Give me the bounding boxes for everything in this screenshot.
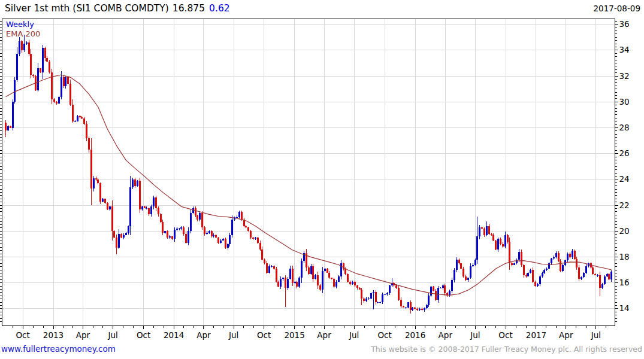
candle-body — [183, 227, 185, 234]
x-axis-label: 2016 — [405, 330, 425, 340]
candle-body — [30, 54, 32, 75]
candle-body — [546, 269, 548, 270]
candle-body — [537, 284, 539, 286]
candle-body — [19, 41, 20, 54]
candle-body — [433, 287, 434, 290]
x-axis-label: 2014 — [164, 330, 184, 340]
candle-body — [53, 99, 55, 102]
candle-body — [324, 269, 326, 271]
candle-body — [604, 276, 606, 284]
candle-body — [61, 77, 62, 96]
candle-body — [315, 275, 316, 279]
candle-body — [247, 227, 249, 231]
candle-body — [56, 102, 58, 103]
candle-body — [118, 234, 120, 248]
candle-body — [208, 231, 210, 232]
candle-body — [382, 294, 383, 302]
candle-body — [326, 269, 328, 272]
candle-body — [179, 229, 180, 229]
candle-body — [319, 285, 321, 289]
candle-body — [86, 124, 87, 138]
candle-body — [555, 253, 557, 257]
candle-body — [5, 123, 7, 130]
x-axis-label: Oct — [498, 330, 512, 340]
y-axis-label: 16 — [619, 278, 630, 287]
candle-body — [241, 212, 243, 220]
candle-body — [190, 213, 192, 231]
candle-body — [483, 229, 485, 235]
candle-body — [250, 231, 252, 238]
candle-body — [79, 116, 81, 117]
candle-body — [486, 226, 488, 235]
candle-body — [49, 62, 50, 72]
candle-body — [99, 183, 101, 201]
plot-border — [2, 19, 615, 326]
candle-body — [481, 227, 483, 229]
candle-body — [204, 227, 205, 234]
candle-body — [148, 208, 150, 215]
candle-body — [37, 68, 39, 90]
candle-body — [504, 235, 506, 247]
candle-body — [40, 68, 41, 72]
candle-body — [338, 276, 340, 282]
x-axis-label: Jul — [591, 330, 601, 340]
candle-body — [113, 231, 115, 238]
candle-body — [424, 308, 425, 310]
chart-legend: Weekly EMA 200 — [6, 20, 40, 39]
candle-body — [294, 282, 296, 283]
candle-body — [497, 239, 499, 249]
candle-body — [23, 44, 25, 50]
candle-body — [164, 231, 166, 232]
candle-body — [88, 138, 90, 150]
candlesticks — [5, 35, 612, 314]
candle-body — [375, 292, 377, 302]
candle-body — [287, 279, 289, 288]
candle-body — [333, 279, 335, 287]
candle-body — [201, 213, 203, 227]
candle-body — [155, 197, 157, 208]
candle-body — [440, 288, 442, 288]
timeframe-label: Weekly — [6, 20, 40, 29]
candle-body — [231, 220, 233, 235]
candle-body — [28, 42, 30, 54]
candle-body — [551, 258, 552, 264]
candle-body — [81, 117, 83, 118]
candle-body — [229, 235, 231, 244]
candle-body — [446, 293, 448, 296]
candle-body — [592, 267, 594, 274]
y-axis-label: 36 — [619, 19, 630, 29]
x-axis-label: Apr — [317, 330, 331, 340]
candle-body — [167, 231, 168, 238]
candle-body — [518, 252, 520, 260]
candle-body — [491, 234, 492, 235]
candle-body — [116, 238, 117, 248]
candle-body — [188, 231, 189, 242]
candle-body — [435, 291, 437, 300]
price-chart: Oct2013AprJulOct2014AprJulOct2015AprJulO… — [0, 0, 644, 359]
candle-body — [558, 253, 560, 261]
candle-body — [492, 235, 494, 241]
candle-body — [123, 235, 125, 238]
x-axis-label: Apr — [439, 330, 453, 340]
candle-body — [174, 230, 176, 239]
candle-body — [379, 302, 381, 303]
gridlines — [2, 19, 615, 326]
candle-body — [74, 121, 76, 122]
candle-body — [195, 208, 196, 216]
candle-body — [370, 293, 372, 299]
candle-body — [72, 105, 74, 121]
candle-body — [398, 288, 400, 299]
website-link[interactable]: www.fullertreacymoney.com — [1, 344, 116, 354]
candle-body — [10, 126, 11, 127]
candle-body — [289, 269, 291, 279]
candle-body — [467, 278, 469, 280]
candle-body — [111, 206, 113, 231]
y-axis-label: 22 — [619, 200, 630, 210]
candle-body — [430, 287, 432, 296]
x-axis-label: Oct — [257, 330, 271, 340]
candle-body — [44, 48, 46, 58]
candle-body — [476, 236, 478, 260]
candle-body — [93, 178, 95, 188]
candle-body — [456, 260, 458, 270]
candle-body — [308, 267, 310, 274]
